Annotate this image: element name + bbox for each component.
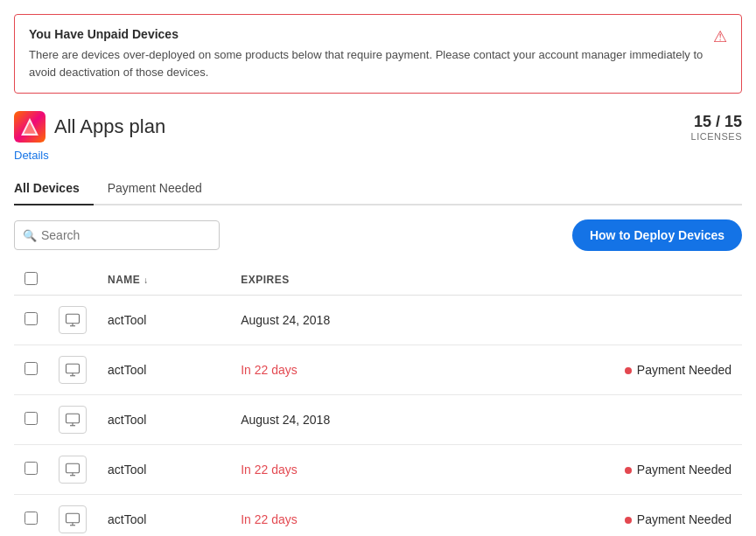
row-status: Payment Needed xyxy=(467,495,742,537)
monitor-icon xyxy=(65,312,80,328)
table-body: actTool August 24, 2018 actTool In 22 xyxy=(14,296,742,537)
table-header: NAME ↓ EXPIRES xyxy=(14,265,742,296)
monitor-icon xyxy=(65,512,80,527)
search-icon: 🔍 xyxy=(23,229,37,242)
svg-rect-5 xyxy=(66,364,80,373)
row-checkbox-cell xyxy=(14,345,48,395)
payment-dot xyxy=(625,367,632,374)
row-status xyxy=(467,395,742,445)
adobe-logo xyxy=(14,111,46,143)
row-checkbox[interactable] xyxy=(24,312,38,325)
details-link[interactable]: Details xyxy=(14,149,49,162)
device-icon xyxy=(59,306,87,334)
row-checkbox[interactable] xyxy=(24,412,38,425)
row-checkbox-cell xyxy=(14,495,48,537)
license-count: 15 / 15 LICENSES xyxy=(691,113,742,142)
device-icon xyxy=(59,505,87,533)
row-expires: August 24, 2018 xyxy=(230,395,467,445)
row-checkbox[interactable] xyxy=(24,462,38,475)
th-icon xyxy=(48,265,97,296)
row-expires: August 24, 2018 xyxy=(230,296,467,345)
sort-icon: ↓ xyxy=(144,275,149,285)
license-label: LICENSES xyxy=(691,131,742,142)
payment-dot xyxy=(625,517,632,524)
row-checkbox-cell xyxy=(14,296,48,345)
payment-label: Payment Needed xyxy=(637,513,732,527)
row-name: actTool xyxy=(97,345,230,395)
search-input[interactable] xyxy=(14,220,220,250)
alert-body: There are devices over-deployed on some … xyxy=(29,46,727,80)
payment-label: Payment Needed xyxy=(637,463,732,477)
row-name: actTool xyxy=(97,296,230,345)
row-icon-cell xyxy=(48,395,97,445)
toolbar: 🔍 How to Deploy Devices xyxy=(14,219,742,251)
device-icon xyxy=(59,356,87,384)
row-checkbox-cell xyxy=(14,395,48,445)
row-status xyxy=(467,296,742,345)
plan-header: All Apps plan 15 / 15 LICENSES xyxy=(14,111,742,143)
license-number: 15 / 15 xyxy=(691,113,742,131)
plan-title-row: All Apps plan xyxy=(14,111,165,143)
row-icon-cell xyxy=(48,495,97,537)
svg-rect-2 xyxy=(66,314,80,324)
device-icon xyxy=(59,406,87,434)
payment-dot xyxy=(625,467,632,474)
monitor-icon xyxy=(65,412,80,428)
row-expires: In 22 days xyxy=(230,345,467,395)
row-name: actTool xyxy=(97,445,230,495)
plan-title: All Apps plan xyxy=(54,115,165,138)
select-all-checkbox[interactable] xyxy=(24,272,38,285)
tabs-row: All Devices Payment Needed xyxy=(14,174,742,205)
table-row: actTool August 24, 2018 xyxy=(14,296,742,345)
row-icon-cell xyxy=(48,445,97,495)
monitor-icon xyxy=(65,462,80,477)
row-status: Payment Needed xyxy=(467,445,742,495)
th-checkbox xyxy=(14,265,48,296)
row-checkbox[interactable] xyxy=(24,512,38,525)
tab-all-devices[interactable]: All Devices xyxy=(14,174,94,205)
svg-rect-11 xyxy=(66,463,80,473)
svg-rect-14 xyxy=(66,513,80,523)
row-status: Payment Needed xyxy=(467,345,742,395)
th-expires: EXPIRES xyxy=(230,265,467,296)
search-wrapper: 🔍 xyxy=(14,220,220,250)
table-row: actTool August 24, 2018 xyxy=(14,395,742,445)
table-row: actTool In 22 days Payment Needed xyxy=(14,345,742,395)
alert-banner: You Have Unpaid Devices There are device… xyxy=(14,14,742,94)
adobe-logo-svg xyxy=(20,117,39,136)
th-status xyxy=(467,265,742,296)
row-expires: In 22 days xyxy=(230,445,467,495)
device-table: NAME ↓ EXPIRES xyxy=(14,265,742,536)
row-icon-cell xyxy=(48,345,97,395)
th-name: NAME ↓ xyxy=(97,265,230,296)
alert-title: You Have Unpaid Devices xyxy=(29,27,727,41)
tab-payment-needed[interactable]: Payment Needed xyxy=(108,174,216,205)
alert-icon: ⚠ xyxy=(713,27,727,46)
row-expires: In 22 days xyxy=(230,495,467,537)
row-icon-cell xyxy=(48,296,97,345)
payment-label: Payment Needed xyxy=(637,364,732,378)
deploy-button[interactable]: How to Deploy Devices xyxy=(572,219,742,251)
row-name: actTool xyxy=(97,395,230,445)
page-wrapper: You Have Unpaid Devices There are device… xyxy=(0,0,756,536)
monitor-icon xyxy=(65,362,80,378)
table-row: actTool In 22 days Payment Needed xyxy=(14,495,742,537)
table-row: actTool In 22 days Payment Needed xyxy=(14,445,742,495)
row-checkbox-cell xyxy=(14,445,48,495)
device-icon xyxy=(59,456,87,484)
svg-rect-8 xyxy=(66,414,80,423)
row-name: actTool xyxy=(97,495,230,537)
row-checkbox[interactable] xyxy=(24,362,38,375)
